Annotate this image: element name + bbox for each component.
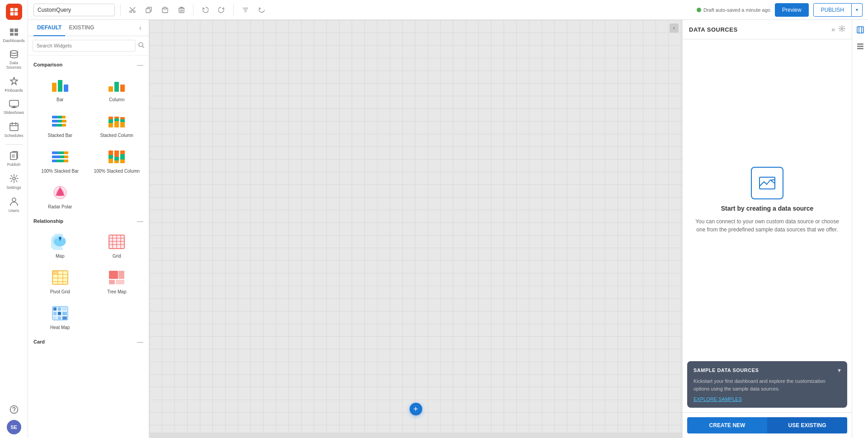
ds-empty-state: Start by creating a data source You can …	[683, 39, 852, 361]
svg-rect-115	[53, 307, 57, 311]
ds-settings-icon[interactable]	[839, 25, 845, 33]
comparison-section-header: Comparison —	[28, 58, 149, 70]
widget-stacked-column[interactable]: Stacked Column	[90, 108, 145, 141]
refresh-button[interactable]	[255, 4, 268, 16]
ds-expand-icon[interactable]: »	[831, 26, 835, 33]
sidebar-item-publish[interactable]: Publish	[2, 148, 26, 170]
widget-pivot-grid[interactable]: Pivot Grid	[33, 264, 88, 298]
right-icon-expand[interactable]	[854, 24, 867, 36]
comparison-collapse-btn[interactable]: —	[137, 61, 143, 68]
column-label: Column	[109, 97, 124, 102]
ds-sample-collapse-btn[interactable]: ▾	[838, 367, 841, 374]
svg-rect-118	[53, 312, 57, 315]
toolbar-divider-2	[193, 5, 193, 15]
svg-rect-53	[62, 120, 66, 122]
canvas-add-button[interactable]: +	[410, 403, 422, 415]
ds-title: DATA SOURCES	[689, 26, 738, 33]
svg-rect-4	[10, 28, 14, 32]
sidebar-item-help[interactable]	[2, 402, 26, 418]
widget-radar-polar[interactable]: Radar Polar	[33, 179, 88, 213]
svg-rect-62	[114, 117, 119, 118]
tree-map-icon	[106, 268, 127, 287]
publish-caret-button[interactable]: ▾	[852, 3, 863, 17]
svg-rect-58	[108, 119, 113, 123]
widget-search-input[interactable]	[33, 40, 136, 52]
paste-button[interactable]	[159, 4, 171, 16]
slideshows-label: Slideshows	[4, 110, 24, 115]
tab-default[interactable]: DEFAULT	[33, 20, 65, 36]
data-sources-label: Data Sources	[4, 61, 24, 70]
explore-samples-link[interactable]: EXPLORE SAMPLES	[693, 396, 742, 402]
widget-map[interactable]: Map	[33, 228, 88, 262]
right-icon-bar	[852, 20, 868, 438]
ds-sample-box: SAMPLE DATA SOURCES ▾ Kickstart your fir…	[687, 361, 847, 408]
sidebar-item-settings[interactable]: Settings	[2, 171, 26, 193]
card-collapse-btn[interactable]: —	[137, 338, 143, 345]
ds-sample-header: SAMPLE DATA SOURCES ▾	[693, 367, 841, 374]
sidebar-item-schedules[interactable]: Schedules	[2, 119, 26, 141]
widget-100-stacked-bar[interactable]: 100% Stacked Bar	[33, 143, 88, 177]
canvas-collapse-btn[interactable]: ‹	[670, 24, 679, 33]
sidebar-item-users[interactable]: Users	[2, 194, 26, 216]
svg-rect-63	[120, 122, 125, 127]
publish-label: Publish	[7, 162, 21, 167]
svg-point-8	[10, 51, 18, 53]
sidebar-item-dashboards[interactable]: Dashboards	[2, 25, 26, 46]
relationship-widget-grid: Map	[28, 226, 149, 335]
ds-header: DATA SOURCES »	[683, 20, 852, 39]
app-logo[interactable]	[6, 4, 22, 20]
user-avatar[interactable]: SE	[7, 420, 21, 434]
canvas-area[interactable]: + ‹	[149, 20, 682, 438]
widget-column[interactable]: Column	[90, 72, 145, 106]
sidebar-item-slideshows[interactable]: Slideshows	[2, 97, 26, 118]
pivot-grid-label: Pivot Grid	[50, 289, 70, 294]
svg-rect-60	[114, 121, 119, 127]
delete-button[interactable]	[175, 4, 188, 16]
svg-rect-81	[108, 159, 113, 163]
sidebar-item-data-sources[interactable]: Data Sources	[2, 47, 26, 72]
100-stacked-bar-icon	[50, 148, 71, 166]
create-new-button[interactable]: CREATE NEW	[687, 417, 767, 433]
sidebar-item-pinboards[interactable]: Pinboards	[2, 74, 26, 95]
svg-rect-80	[108, 155, 113, 159]
widget-stacked-bar[interactable]: Stacked Bar	[33, 108, 88, 141]
widget-bar[interactable]: Bar	[33, 72, 88, 106]
users-icon	[9, 197, 19, 207]
svg-rect-42	[52, 83, 57, 92]
nav-divider	[5, 144, 23, 145]
widget-100-stacked-column[interactable]: 100% Stacked Column	[90, 143, 145, 177]
ds-header-icons: »	[831, 25, 845, 33]
query-name-input[interactable]	[33, 4, 115, 16]
svg-rect-131	[857, 48, 863, 49]
widget-list: Comparison — Bar	[28, 56, 149, 438]
widget-grid-item[interactable]: Grid	[90, 228, 145, 262]
svg-rect-54	[52, 124, 57, 127]
left-nav: Dashboards Data Sources Pinboards	[0, 0, 28, 438]
right-icon-list[interactable]	[854, 40, 867, 52]
svg-rect-64	[120, 119, 125, 122]
tab-existing[interactable]: EXISTING	[65, 20, 98, 36]
svg-rect-56	[62, 124, 66, 127]
copy-button[interactable]	[142, 4, 155, 16]
svg-rect-73	[64, 155, 68, 158]
panel-collapse-btn[interactable]: ‹	[137, 20, 143, 36]
svg-rect-44	[64, 85, 68, 92]
svg-point-24	[133, 11, 135, 13]
filter-button[interactable]	[239, 4, 252, 16]
autosave-text: Draft auto-saved a minute ago	[703, 7, 770, 13]
undo-button[interactable]	[199, 4, 212, 16]
publish-button[interactable]: PUBLISH	[813, 3, 852, 17]
svg-rect-111	[118, 271, 124, 279]
redo-button[interactable]	[215, 4, 228, 16]
relationship-title: Relationship	[33, 218, 63, 224]
widget-tree-map[interactable]: Tree Map	[90, 264, 145, 298]
preview-button[interactable]: Preview	[775, 3, 809, 17]
svg-rect-112	[109, 280, 115, 284]
canvas-horizontal-scrollbar[interactable]	[149, 433, 682, 438]
cut-button[interactable]	[126, 4, 139, 16]
relationship-collapse-btn[interactable]: —	[137, 217, 143, 225]
use-existing-button[interactable]: USE EXISTING	[767, 417, 847, 433]
widget-heat-map[interactable]: Heat Map	[33, 300, 88, 334]
svg-rect-6	[10, 33, 14, 36]
svg-rect-79	[108, 151, 113, 155]
